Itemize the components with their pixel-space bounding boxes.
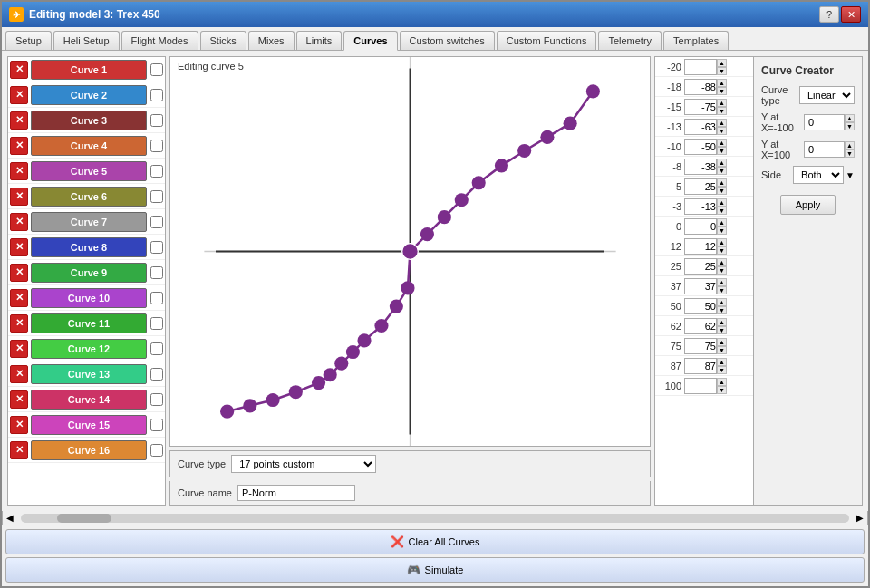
creator-curve-type-select[interactable]: Linear Expo Func Mirror — [799, 86, 855, 104]
tab-telemetry[interactable]: Telemetry — [598, 31, 662, 50]
value-up-btn[interactable]: ▲ — [717, 218, 727, 227]
curve-delete-btn[interactable] — [10, 340, 28, 358]
value-down-btn[interactable]: ▼ — [717, 127, 727, 135]
curve-delete-btn[interactable] — [10, 188, 28, 206]
value-down-btn[interactable]: ▼ — [717, 386, 727, 394]
curve-delete-btn[interactable] — [10, 390, 28, 409]
curve-checkbox[interactable] — [150, 114, 163, 127]
curve-delete-btn[interactable] — [10, 264, 28, 282]
curve-select-btn[interactable]: Curve 6 — [31, 187, 147, 207]
tab-custom-switches[interactable]: Custom switches — [400, 31, 495, 50]
curve-checkbox[interactable] — [150, 444, 163, 457]
value-up-btn[interactable]: ▲ — [717, 59, 727, 67]
curve-select-btn[interactable]: Curve 1 — [31, 60, 147, 80]
close-button[interactable]: ✕ — [841, 6, 861, 23]
apply-button[interactable]: Apply — [780, 195, 836, 215]
curve-checkbox[interactable] — [150, 393, 163, 406]
value-down-btn[interactable]: ▼ — [717, 286, 727, 294]
curve-select-btn[interactable]: Curve 7 — [31, 212, 147, 232]
curve-select-btn[interactable]: Curve 3 — [31, 111, 147, 130]
curve-delete-btn[interactable] — [10, 365, 28, 383]
curve-checkbox[interactable] — [150, 292, 163, 304]
creator-side-select[interactable]: Both Left Right — [793, 166, 844, 184]
value-up-btn[interactable]: ▲ — [717, 338, 727, 346]
curve-type-select[interactable]: 17 points custom 2 points 3 points 5 poi… — [231, 455, 376, 473]
tab-curves[interactable]: Curves — [343, 31, 397, 51]
value-up-btn[interactable]: ▲ — [717, 99, 727, 107]
value-y-input[interactable] — [684, 139, 717, 155]
value-down-btn[interactable]: ▼ — [717, 107, 727, 115]
help-button[interactable]: ? — [819, 6, 839, 23]
curve-delete-btn[interactable] — [10, 162, 28, 180]
value-up-btn[interactable]: ▲ — [717, 278, 727, 286]
value-y-input[interactable] — [684, 378, 717, 394]
curve-select-btn[interactable]: Curve 4 — [31, 136, 147, 156]
curve-delete-btn[interactable] — [10, 238, 28, 256]
value-y-input[interactable] — [684, 298, 717, 314]
tab-templates[interactable]: Templates — [663, 31, 729, 50]
creator-side-dropdown-icon[interactable]: ▼ — [846, 170, 855, 180]
curve-checkbox[interactable] — [150, 165, 163, 178]
value-y-input[interactable] — [684, 258, 717, 275]
curve-checkbox[interactable] — [150, 266, 163, 279]
value-up-btn[interactable]: ▲ — [717, 358, 727, 366]
value-down-btn[interactable]: ▼ — [717, 67, 727, 75]
curve-checkbox[interactable] — [150, 241, 163, 254]
value-up-btn[interactable]: ▲ — [717, 258, 727, 266]
value-down-btn[interactable]: ▼ — [717, 147, 727, 155]
curve-select-btn[interactable]: Curve 12 — [31, 339, 147, 359]
curve-select-btn[interactable]: Curve 15 — [31, 415, 147, 435]
curve-select-btn[interactable]: Curve 2 — [31, 85, 147, 105]
value-y-input[interactable] — [684, 278, 717, 294]
tab-custom-functions[interactable]: Custom Functions — [497, 31, 597, 50]
curve-delete-btn[interactable] — [10, 137, 28, 155]
curve-select-btn[interactable]: Curve 10 — [31, 288, 147, 308]
scroll-right-btn[interactable]: ▶ — [853, 513, 867, 523]
curve-select-btn[interactable]: Curve 9 — [31, 263, 147, 283]
simulate-button[interactable]: 🎮 Simulate — [5, 557, 865, 583]
curve-delete-btn[interactable] — [10, 416, 28, 434]
value-down-btn[interactable]: ▼ — [717, 207, 727, 215]
curve-delete-btn[interactable] — [10, 213, 28, 231]
scroll-left-btn[interactable]: ◀ — [3, 513, 17, 523]
curve-delete-btn[interactable] — [10, 61, 28, 79]
tab-mixes[interactable]: Mixes — [248, 31, 295, 50]
curve-select-btn[interactable]: Curve 14 — [31, 390, 147, 410]
curve-delete-btn[interactable] — [10, 111, 28, 130]
value-up-btn[interactable]: ▲ — [717, 238, 727, 246]
tab-limits[interactable]: Limits — [296, 31, 343, 50]
value-y-input[interactable] — [684, 218, 717, 235]
value-y-input[interactable] — [684, 338, 717, 354]
value-down-btn[interactable]: ▼ — [717, 346, 727, 354]
curve-select-btn[interactable]: Curve 8 — [31, 237, 147, 257]
value-down-btn[interactable]: ▼ — [717, 227, 727, 235]
value-down-btn[interactable]: ▼ — [717, 167, 727, 175]
value-y-input[interactable] — [684, 198, 717, 215]
curve-select-btn[interactable]: Curve 16 — [31, 440, 147, 460]
tab-flight-modes[interactable]: Flight Modes — [121, 31, 198, 50]
curve-checkbox[interactable] — [150, 216, 163, 228]
creator-y-100-down[interactable]: ▼ — [845, 149, 855, 158]
curve-delete-btn[interactable] — [10, 289, 28, 307]
curve-checkbox[interactable] — [150, 368, 163, 381]
curve-delete-btn[interactable] — [10, 314, 28, 333]
curve-name-input[interactable] — [237, 485, 355, 501]
value-up-btn[interactable]: ▲ — [717, 139, 727, 147]
curve-checkbox[interactable] — [150, 140, 163, 152]
value-y-input[interactable] — [684, 99, 717, 115]
curve-checkbox[interactable] — [150, 317, 163, 330]
curve-select-btn[interactable]: Curve 13 — [31, 364, 147, 384]
value-up-btn[interactable]: ▲ — [717, 119, 727, 127]
value-down-btn[interactable]: ▼ — [717, 246, 727, 255]
curve-delete-btn[interactable] — [10, 441, 28, 459]
value-y-input[interactable] — [684, 119, 717, 135]
tab-heli-setup[interactable]: Heli Setup — [53, 31, 120, 50]
value-down-btn[interactable]: ▼ — [717, 266, 727, 275]
value-down-btn[interactable]: ▼ — [717, 326, 727, 334]
tab-setup[interactable]: Setup — [5, 31, 52, 50]
value-y-input[interactable] — [684, 178, 717, 195]
curve-checkbox[interactable] — [150, 63, 163, 76]
value-up-btn[interactable]: ▲ — [717, 298, 727, 306]
creator-y-100-input[interactable] — [804, 141, 845, 158]
value-down-btn[interactable]: ▼ — [717, 366, 727, 374]
